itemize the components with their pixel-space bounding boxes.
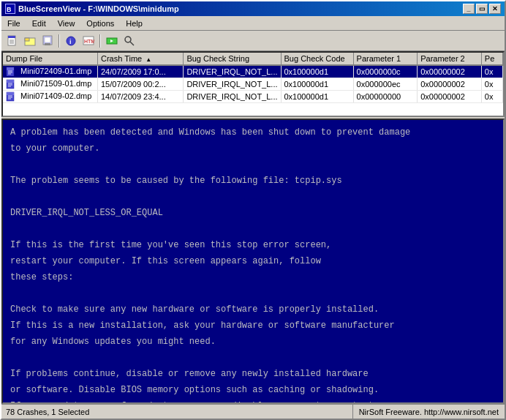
cell-param2: 0x00000002 <box>418 65 482 78</box>
status-attribution: NirSoft Freeware. http://www.nirsoft.net <box>359 408 499 416</box>
col-param1[interactable]: Parameter 1 <box>353 53 418 65</box>
col-param2[interactable]: Parameter 2 <box>418 53 482 65</box>
toolbar-btn-2[interactable] <box>22 33 38 49</box>
col-dump-file[interactable]: Dump File <box>3 53 98 65</box>
bsod-spacer <box>10 190 496 203</box>
table-row[interactable]: Mini071409-02.dmp 14/07/2009 23:4... DRI… <box>3 91 503 103</box>
main-content: Dump File Crash Time ▲ Bug Check String … <box>1 51 505 404</box>
col-pe[interactable]: Pe <box>481 53 502 65</box>
menu-edit[interactable]: Edit <box>26 18 52 29</box>
svg-rect-21 <box>7 67 14 70</box>
cell-bug-check-string: DRIVER_IRQL_NOT_L... <box>184 91 281 103</box>
bsod-display[interactable]: A problem has been detected and Windows … <box>1 119 505 404</box>
bsod-line: If problems continue, disable or remove … <box>10 367 496 380</box>
bsod-line: Check to make sure any new hardware or s… <box>10 303 496 316</box>
cell-param1: 0x000000ec <box>353 78 418 91</box>
cell-crash-time: 14/07/2009 23:4... <box>98 91 184 103</box>
cell-pe: 0x <box>481 65 502 78</box>
bsod-line: to your computer. <box>10 142 496 155</box>
sort-arrow: ▲ <box>146 56 151 63</box>
toolbar: i HTML <box>1 31 505 51</box>
cell-pe: 0x <box>481 91 502 103</box>
cell-crash-time: 24/07/2009 17:0... <box>98 65 184 78</box>
toolbar-btn-1[interactable] <box>4 33 20 49</box>
cell-bug-check-string: DRIVER_IRQL_NOT_L... <box>184 78 281 91</box>
cell-bug-check-code: 0x100000d1 <box>281 78 353 91</box>
col-crash-time[interactable]: Crash Time ▲ <box>98 53 184 65</box>
title-text: BlueScreenView - F:\WINDOWS\minidump <box>18 4 179 13</box>
bsod-line: If this is the first time you've seen th… <box>10 239 496 252</box>
bsod-line: these steps: <box>10 271 496 284</box>
cell-dump-file: Mini071409-02.dmp <box>3 91 98 103</box>
app-icon: B <box>5 4 15 14</box>
bsod-line: or software. Disable BIOS memory options… <box>10 383 496 397</box>
table-row[interactable]: Mini071509-01.dmp 15/07/2009 00:2... DRI… <box>3 78 503 91</box>
svg-rect-11 <box>45 37 50 42</box>
toolbar-btn-5[interactable]: HTML <box>80 33 97 49</box>
status-bar: 78 Crashes, 1 Selected NirSoft Freeware.… <box>1 404 505 419</box>
bsod-line: If this is a new installation, ask your … <box>10 319 496 332</box>
cell-bug-check-string: DRIVER_IRQL_NOT_L... <box>184 65 281 78</box>
table-header-row: Dump File Crash Time ▲ Bug Check String … <box>3 53 503 65</box>
col-bug-check-code[interactable]: Bug Check Code <box>281 53 353 65</box>
toolbar-btn-7[interactable] <box>121 33 137 49</box>
table-scroll[interactable]: Dump File Crash Time ▲ Bug Check String … <box>3 53 503 116</box>
cell-dump-file: Mini072409-01.dmp <box>3 65 98 78</box>
cell-bug-check-code: 0x100000d1 <box>281 91 353 103</box>
svg-rect-31 <box>7 92 14 95</box>
bsod-spacer <box>10 158 496 171</box>
cell-param2: 0x00000002 <box>418 78 482 91</box>
minimize-button[interactable]: _ <box>463 4 475 14</box>
crash-table: Dump File Crash Time ▲ Bug Check String … <box>3 53 503 103</box>
menu-view[interactable]: View <box>52 18 81 29</box>
toolbar-btn-4[interactable]: i <box>63 33 79 49</box>
svg-line-19 <box>130 42 134 45</box>
cell-bug-check-code: 0x100000d1 <box>281 65 353 78</box>
menu-help[interactable]: Help <box>120 18 148 29</box>
cell-dump-file: Mini071509-01.dmp <box>3 78 98 91</box>
svg-rect-3 <box>8 36 15 38</box>
bsod-line: restart your computer. If this screen ap… <box>10 255 496 268</box>
status-left: 78 Crashes, 1 Selected <box>1 405 353 419</box>
menu-file[interactable]: File <box>1 18 26 29</box>
svg-text:B: B <box>7 6 12 13</box>
menu-bar: File Edit View Options Help <box>1 16 505 31</box>
table-row[interactable]: Mini072409-01.dmp 24/07/2009 17:0... DRI… <box>3 65 503 78</box>
main-window: B BlueScreenView - F:\WINDOWS\minidump _… <box>0 0 506 420</box>
menu-options[interactable]: Options <box>80 18 120 29</box>
bsod-stop-code: DRIVER_IRQL_NOT_LESS_OR_EQUAL <box>10 206 496 220</box>
toolbar-btn-3[interactable] <box>39 33 56 49</box>
bsod-spacer <box>10 351 496 364</box>
bsod-line: The problem seems to be caused by the fo… <box>10 174 496 187</box>
svg-rect-8 <box>25 38 29 41</box>
cell-pe: 0x <box>481 78 502 91</box>
toolbar-sep-2 <box>99 34 101 48</box>
cell-param2: 0x00000002 <box>418 91 482 103</box>
restore-button[interactable]: ▭ <box>476 4 488 14</box>
bsod-spacer <box>10 287 496 300</box>
bsod-line: for any Windows updates you might need. <box>10 335 496 348</box>
svg-text:i: i <box>69 38 72 45</box>
toolbar-sep-1 <box>58 34 60 48</box>
title-bar: B BlueScreenView - F:\WINDOWS\minidump _… <box>1 1 505 16</box>
svg-text:HTML: HTML <box>84 39 94 44</box>
svg-point-18 <box>125 37 131 42</box>
bsod-spacer <box>10 222 496 236</box>
close-button[interactable]: ✕ <box>489 4 501 14</box>
bsod-line: A problem has been detected and Windows … <box>10 126 496 139</box>
crash-table-container: Dump File Crash Time ▲ Bug Check String … <box>1 51 505 117</box>
col-bug-check-string[interactable]: Bug Check String <box>184 53 281 65</box>
status-right: NirSoft Freeware. http://www.nirsoft.net <box>353 405 505 419</box>
toolbar-btn-6[interactable] <box>104 33 120 49</box>
cell-param1: 0x00000000 <box>353 91 418 103</box>
svg-rect-26 <box>7 80 14 83</box>
cell-crash-time: 15/07/2009 00:2... <box>98 78 184 91</box>
svg-rect-10 <box>45 43 50 45</box>
status-crash-count: 78 Crashes, 1 Selected <box>6 408 89 416</box>
cell-param1: 0x0000000c <box>353 65 418 78</box>
